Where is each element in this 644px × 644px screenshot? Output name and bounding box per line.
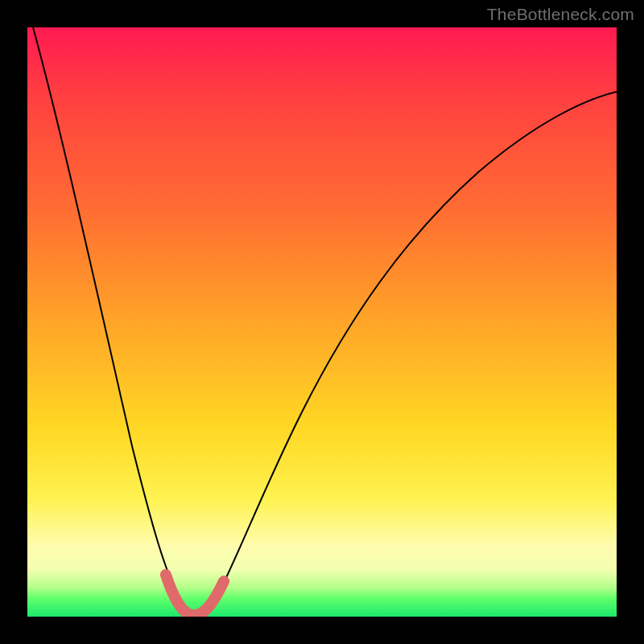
plot-area (27, 27, 617, 617)
bottleneck-curve (33, 27, 617, 615)
frame: TheBottleneck.com (0, 0, 644, 644)
watermark-text: TheBottleneck.com (487, 5, 634, 24)
optimal-zone-highlight (166, 575, 224, 615)
chart-svg (27, 27, 617, 617)
